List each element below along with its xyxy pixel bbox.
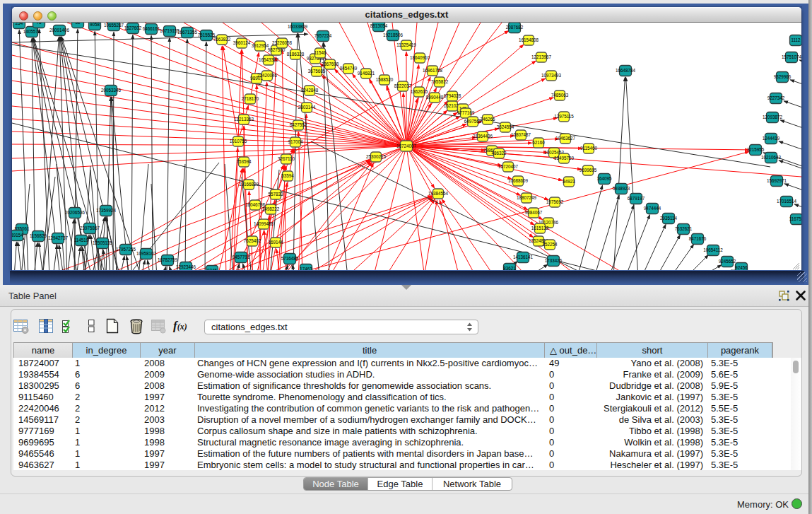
svg-text:3675685: 3675685 — [308, 69, 326, 74]
svg-text:53594: 53594 — [281, 173, 294, 178]
svg-text:12213363: 12213363 — [234, 117, 254, 122]
svg-text:92456: 92456 — [735, 265, 748, 270]
svg-text:14099488: 14099488 — [254, 221, 274, 226]
svg-text:19166829: 19166829 — [239, 182, 259, 187]
svg-text:16961758: 16961758 — [423, 68, 443, 73]
svg-text:8813054: 8813054 — [370, 23, 388, 28]
svg-text:15692971: 15692971 — [767, 178, 787, 183]
svg-text:3267110: 3267110 — [278, 156, 295, 161]
svg-text:9474444: 9474444 — [644, 206, 661, 211]
svg-text:254: 254 — [16, 23, 23, 25]
svg-text:23975867: 23975867 — [80, 226, 100, 230]
svg-text:13495759: 13495759 — [554, 156, 575, 160]
svg-text:557833: 557833 — [268, 192, 283, 197]
svg-text:15720407: 15720407 — [498, 164, 519, 169]
svg-text:1156829: 1156829 — [30, 233, 47, 238]
svg-text:12923446: 12923446 — [176, 264, 196, 269]
svg-text:8427552: 8427552 — [290, 122, 307, 127]
svg-text:9245: 9245 — [207, 268, 218, 270]
svg-text:10688609: 10688609 — [508, 178, 529, 183]
svg-text:62160: 62160 — [532, 140, 545, 145]
svg-text:1975692: 1975692 — [546, 199, 564, 204]
svg-text:169144: 169144 — [268, 240, 283, 245]
svg-text:9457791: 9457791 — [233, 255, 250, 259]
svg-text:18640910: 18640910 — [410, 55, 430, 60]
svg-text:1362615: 1362615 — [411, 89, 428, 94]
svg-text:1010755: 1010755 — [230, 139, 247, 144]
svg-text:17957255: 17957255 — [116, 247, 136, 252]
svg-text:252254: 252254 — [542, 242, 558, 247]
svg-text:23226058: 23226058 — [272, 40, 293, 45]
svg-text:7485063: 7485063 — [551, 93, 569, 98]
svg-text:3624554: 3624554 — [497, 124, 514, 129]
svg-text:7632621: 7632621 — [675, 226, 693, 231]
svg-text:17463: 17463 — [300, 267, 312, 270]
svg-text:7625402: 7625402 — [244, 238, 261, 243]
svg-text:10210643: 10210643 — [761, 155, 782, 160]
svg-text:9699695: 9699695 — [579, 168, 597, 173]
svg-text:10958107: 10958107 — [136, 251, 157, 256]
svg-text:10807487: 10807487 — [511, 132, 531, 137]
svg-text:16648784: 16648784 — [616, 68, 636, 73]
svg-text:17016514: 17016514 — [777, 199, 797, 204]
svg-text:1244419: 1244419 — [763, 136, 780, 141]
svg-text:21364436: 21364436 — [473, 134, 493, 139]
svg-text:7663822: 7663822 — [213, 37, 231, 42]
svg-text:6879197: 6879197 — [628, 196, 645, 201]
svg-text:116753: 116753 — [789, 216, 801, 221]
svg-text:9115460: 9115460 — [580, 146, 598, 151]
svg-text:3912954: 3912954 — [252, 43, 269, 48]
svg-text:12213967: 12213967 — [531, 54, 552, 59]
svg-text:5716485: 5716485 — [281, 256, 299, 261]
svg-text:19463627: 19463627 — [555, 136, 576, 141]
svg-text:39154: 39154 — [12, 233, 23, 238]
svg-text:1112: 1112 — [791, 37, 801, 42]
svg-text:16033809: 16033809 — [288, 24, 308, 29]
svg-text:10654112: 10654112 — [703, 247, 723, 252]
svg-text:8454749: 8454749 — [340, 66, 358, 71]
svg-text:12942737: 12942737 — [48, 235, 69, 240]
svg-text:2087682: 2087682 — [506, 25, 524, 30]
svg-text:9146821: 9146821 — [358, 71, 375, 76]
svg-text:9777169: 9777169 — [457, 110, 475, 115]
svg-text:84923: 84923 — [563, 179, 575, 184]
svg-text:12093872: 12093872 — [763, 115, 783, 119]
svg-text:9084067: 9084067 — [525, 210, 543, 215]
svg-text:11325419: 11325419 — [396, 42, 416, 47]
svg-text:917004: 917004 — [288, 139, 303, 144]
svg-text:1588520: 1588520 — [376, 77, 394, 82]
svg-text:18724007: 18724007 — [396, 144, 417, 148]
svg-text:9242848: 9242848 — [301, 88, 319, 93]
svg-text:8990448: 8990448 — [426, 95, 444, 100]
svg-text:11546: 11546 — [314, 50, 326, 55]
svg-text:14136141: 14136141 — [513, 255, 534, 259]
svg-text:76: 76 — [36, 23, 42, 25]
svg-text:753594: 753594 — [236, 159, 252, 164]
svg-text:9227342: 9227342 — [767, 95, 785, 100]
svg-text:10973493: 10973493 — [541, 73, 562, 78]
svg-text:7957224: 7957224 — [314, 33, 332, 38]
svg-text:6794028: 6794028 — [444, 93, 461, 98]
svg-text:2367608: 2367608 — [322, 62, 339, 66]
svg-text:20091406: 20091406 — [49, 28, 70, 33]
svg-text:16671355: 16671355 — [177, 30, 198, 35]
svg-text:164095: 164095 — [596, 176, 612, 181]
svg-text:2803144: 2803144 — [298, 105, 316, 110]
svg-text:8322037: 8322037 — [394, 83, 412, 88]
svg-text:9058: 9058 — [90, 23, 100, 27]
svg-text:2718170: 2718170 — [242, 96, 259, 101]
svg-text:10655287: 10655287 — [104, 23, 124, 28]
svg-text:12505135: 12505135 — [93, 240, 113, 245]
svg-text:20206536: 20206536 — [65, 210, 86, 215]
svg-text:2935114: 2935114 — [660, 216, 678, 221]
svg-text:18807249: 18807249 — [517, 195, 537, 200]
svg-text:8186328: 8186328 — [287, 52, 305, 57]
svg-text:31: 31 — [75, 23, 81, 25]
svg-text:6466161: 6466161 — [143, 26, 160, 31]
svg-text:1615132: 1615132 — [531, 226, 549, 230]
svg-text:114519: 114519 — [74, 238, 89, 243]
svg-text:3498222: 3498222 — [262, 206, 280, 211]
svg-text:1733426: 1733426 — [545, 258, 563, 263]
svg-text:1527602: 1527602 — [124, 25, 142, 30]
svg-text:83621: 83621 — [503, 266, 516, 270]
